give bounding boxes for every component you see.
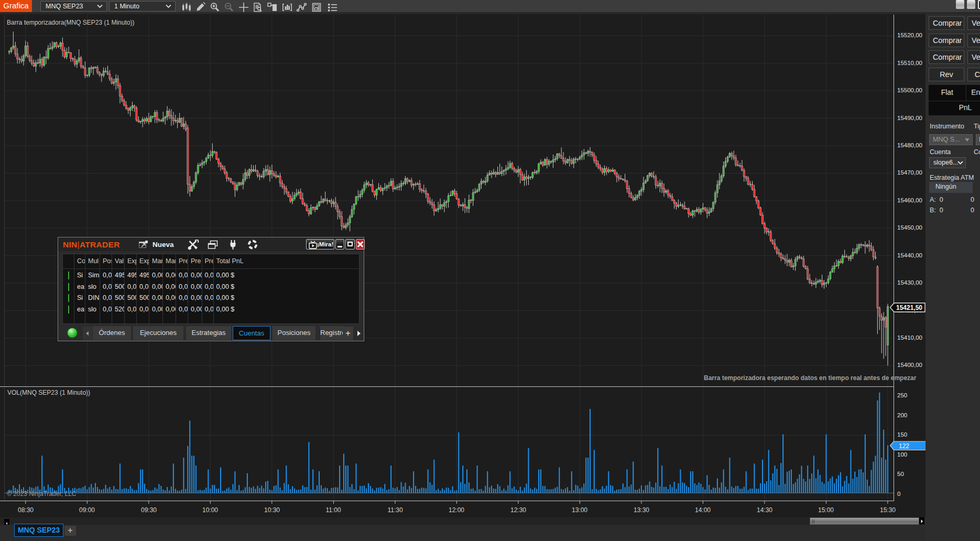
svg-text:122: 122 xyxy=(899,442,909,450)
svg-text:15421,50: 15421,50 xyxy=(896,304,922,311)
